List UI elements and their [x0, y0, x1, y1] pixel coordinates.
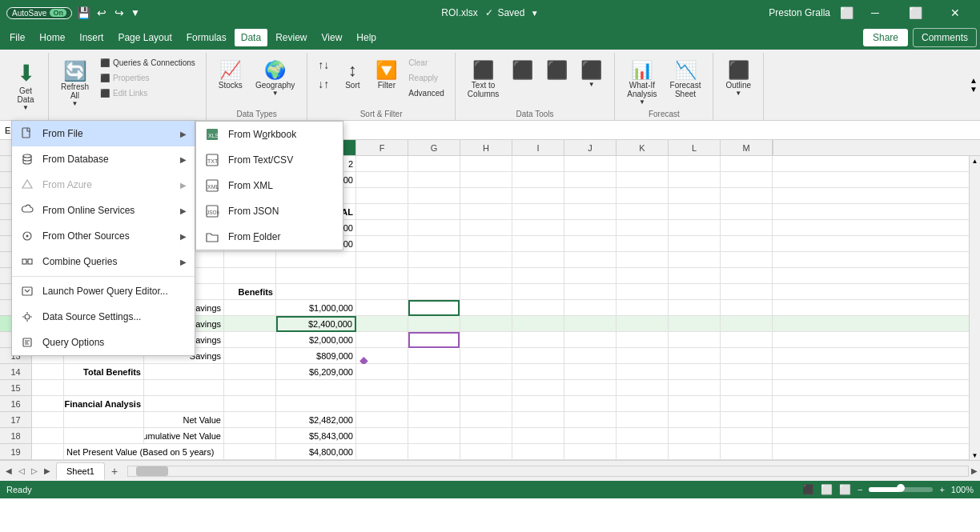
cell-14-B[interactable]: Total Benefits: [64, 364, 144, 380]
cell-15-M[interactable]: [721, 380, 773, 396]
cell-16-D[interactable]: [224, 396, 276, 412]
row-num-16[interactable]: 16: [0, 396, 31, 412]
cell-17-K[interactable]: [617, 412, 669, 428]
zoom-slider[interactable]: [869, 487, 933, 492]
cell-6-M[interactable]: [721, 236, 773, 252]
cell-18-E[interactable]: $5,843,000: [276, 428, 356, 444]
cell-11-I[interactable]: [512, 316, 564, 332]
customize-icon[interactable]: ▼: [131, 7, 140, 18]
cell-17-L[interactable]: [669, 412, 721, 428]
menu-from-other[interactable]: From Other Sources ▶: [12, 223, 195, 249]
scroll-down-btn[interactable]: ▼: [970, 450, 980, 460]
cell-16-K[interactable]: [617, 396, 669, 412]
cell-12-D[interactable]: [224, 332, 276, 348]
menu-data[interactable]: Data: [235, 29, 267, 46]
outline-dropdown[interactable]: ▼: [735, 90, 741, 97]
prev-sheet-btn2[interactable]: ◁: [16, 466, 27, 475]
cell-11-E[interactable]: $2,400,000: [276, 316, 356, 332]
cell-8-E[interactable]: [276, 268, 356, 284]
cell-9-D[interactable]: Benefits: [224, 284, 276, 300]
cell-17-B[interactable]: [64, 412, 144, 428]
cell-1-F[interactable]: [356, 156, 408, 172]
cell-13-J[interactable]: [564, 348, 617, 364]
get-data-dropdown-icon[interactable]: ▼: [22, 104, 29, 111]
cell-6-J[interactable]: [564, 236, 617, 252]
cell-6-I[interactable]: [512, 236, 564, 252]
cell-11-D[interactable]: [224, 316, 276, 332]
menu-launch-pqe[interactable]: Launch Power Query Editor...: [12, 278, 195, 304]
cell-2-J[interactable]: [564, 172, 617, 188]
cell-19-B[interactable]: Net Present Value (Based on 5 years): [64, 444, 224, 460]
data-validation-button[interactable]: ⬛ ▼: [575, 56, 608, 92]
cell-5-I[interactable]: [512, 220, 564, 236]
cell-8-F[interactable]: [356, 268, 408, 284]
row-num-18[interactable]: 18: [0, 428, 31, 444]
cell-2-F[interactable]: [356, 172, 408, 188]
cell-15-L[interactable]: [669, 380, 721, 396]
cell-10-E[interactable]: $1,000,000: [276, 300, 356, 316]
cell-4-M[interactable]: [721, 204, 773, 220]
save-icon[interactable]: 💾: [77, 6, 90, 19]
cell-16-E[interactable]: [276, 396, 356, 412]
from-json-item[interactable]: JSON From JSON: [196, 198, 343, 224]
cell-2-I[interactable]: [512, 172, 564, 188]
cell-17-H[interactable]: [460, 412, 512, 428]
cell-18-M[interactable]: [721, 428, 773, 444]
menu-page-layout[interactable]: Page Layout: [111, 29, 178, 46]
cell-18-A[interactable]: [32, 428, 64, 444]
cell-3-J[interactable]: [564, 188, 617, 204]
cell-17-M[interactable]: [721, 412, 773, 428]
undo-btn[interactable]: ↩: [97, 6, 106, 19]
menu-formulas[interactable]: Formulas: [180, 29, 233, 46]
col-header-M[interactable]: M: [721, 140, 773, 155]
cell-1-G[interactable]: [408, 156, 460, 172]
cell-15-C[interactable]: [144, 380, 224, 396]
cell-2-H[interactable]: [460, 172, 512, 188]
cell-1-I[interactable]: [512, 156, 564, 172]
cell-14-A[interactable]: [32, 364, 64, 380]
redo-btn[interactable]: ↪: [114, 6, 124, 19]
cell-3-G[interactable]: [408, 188, 460, 204]
cell-4-I[interactable]: [512, 204, 564, 220]
cell-19-M[interactable]: [721, 444, 773, 460]
cell-13-L[interactable]: [669, 348, 721, 364]
menu-file[interactable]: File: [3, 29, 31, 46]
cell-8-K[interactable]: [617, 268, 669, 284]
view-normal-icon[interactable]: ⬛: [802, 484, 814, 495]
advanced-button[interactable]: Advanced: [404, 86, 448, 100]
cell-9-G[interactable]: [408, 284, 460, 300]
cell-4-G[interactable]: [408, 204, 460, 220]
cell-9-F[interactable]: [356, 284, 408, 300]
refresh-button[interactable]: 🔄 Refresh All ▼: [55, 56, 94, 111]
cell-3-H[interactable]: [460, 188, 512, 204]
cell-19-I[interactable]: [512, 444, 564, 460]
cell-15-B[interactable]: [64, 380, 144, 396]
reapply-button[interactable]: Reapply: [404, 71, 448, 85]
cell-5-G[interactable]: [408, 220, 460, 236]
menu-view[interactable]: View: [315, 29, 349, 46]
cell-7-K[interactable]: [617, 252, 669, 268]
col-header-K[interactable]: K: [617, 140, 669, 155]
cell-13-K[interactable]: [617, 348, 669, 364]
cell-10-K[interactable]: [617, 300, 669, 316]
menu-from-azure[interactable]: From Azure ▶: [12, 172, 195, 198]
cell-12-J[interactable]: [564, 332, 617, 348]
cell-13-E[interactable]: $809,000: [276, 348, 356, 364]
edit-links-button[interactable]: ⬛ Edit Links: [96, 86, 199, 100]
cell-18-K[interactable]: [617, 428, 669, 444]
cell-14-D[interactable]: [224, 364, 276, 380]
menu-from-database[interactable]: From Database ▶: [12, 146, 195, 172]
scroll-up-btn[interactable]: ▲: [970, 156, 980, 166]
cell-15-F[interactable]: [356, 380, 408, 396]
cell-11-H[interactable]: [460, 316, 512, 332]
cell-16-A[interactable]: [32, 396, 64, 412]
cell-17-I[interactable]: [512, 412, 564, 428]
cell-7-F[interactable]: [356, 252, 408, 268]
col-header-I[interactable]: I: [512, 140, 564, 155]
cell-2-G[interactable]: [408, 172, 460, 188]
cell-1-K[interactable]: [617, 156, 669, 172]
cell-6-L[interactable]: [669, 236, 721, 252]
cell-5-H[interactable]: [460, 220, 512, 236]
cell-10-F[interactable]: [356, 300, 408, 316]
cell-6-G[interactable]: [408, 236, 460, 252]
